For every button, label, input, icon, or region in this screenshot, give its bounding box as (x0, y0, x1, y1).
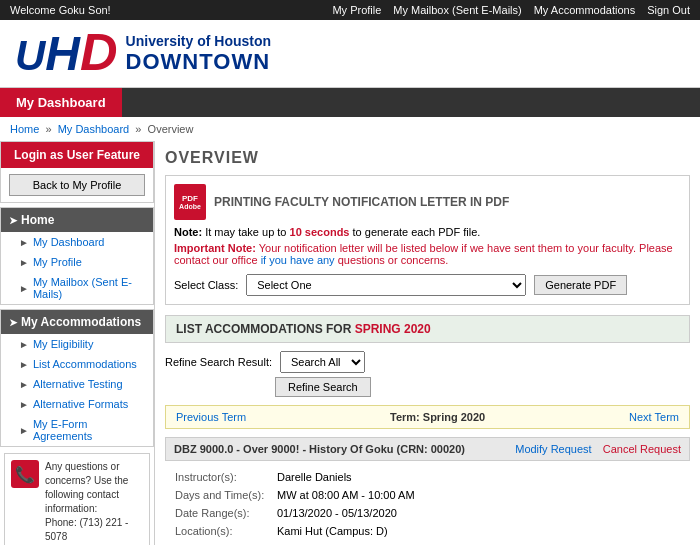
sidebar-item-list-accommodations[interactable]: ► List Accommodations (1, 354, 153, 374)
course-date-row: Date Range(s): 01/13/2020 - 05/13/2020 (171, 505, 684, 521)
location-label: Location(s): (171, 523, 271, 539)
pdf-box: PDF Adobe PRINTING FACULTY NOTIFICATION … (165, 175, 690, 305)
home-section-label: Home (21, 213, 54, 227)
arrow-icon: ► (19, 379, 29, 390)
sidebar-item-alt-testing-label: Alternative Testing (33, 378, 123, 390)
sidebar-item-profile-label: My Profile (33, 256, 82, 268)
main-layout: Login as User Feature Back to My Profile… (0, 141, 700, 545)
arrow-icon: ► (19, 339, 29, 350)
location-value: Kami Hut (Campus: D) (273, 523, 684, 539)
sidebar-item-eligibility[interactable]: ► My Eligibility (1, 334, 153, 354)
course-location-row: Location(s): Kami Hut (Campus: D) (171, 523, 684, 539)
instructor-label: Instructor(s): (171, 469, 271, 485)
pdf-important: Important Note: Your notification letter… (174, 242, 681, 266)
sidebar-item-alt-testing[interactable]: ► Alternative Testing (1, 374, 153, 394)
course-days-row: Days and Time(s): MW at 08:00 AM - 10:00… (171, 487, 684, 503)
sidebar: Login as User Feature Back to My Profile… (0, 141, 155, 545)
contact-question: Any questions or concerns? Use the follo… (45, 460, 143, 516)
login-feature-section: Login as User Feature Back to My Profile (0, 141, 154, 203)
arrow-icon: ► (19, 257, 29, 268)
my-mailbox-link[interactable]: My Mailbox (Sent E-Mails) (393, 4, 521, 16)
arrow-icon: ► (19, 425, 29, 436)
generate-pdf-button[interactable]: Generate PDF (534, 275, 627, 295)
pdf-important-link[interactable]: if you have any (261, 254, 335, 266)
arrow-icon: ► (19, 237, 29, 248)
sign-out-link[interactable]: Sign Out (647, 4, 690, 16)
breadcrumb-dashboard[interactable]: My Dashboard (58, 123, 130, 135)
accommodations-section-header[interactable]: ➤ My Accommodations (1, 310, 153, 334)
list-header-text: LIST ACCOMMODATIONS FOR (176, 322, 355, 336)
breadcrumb-current: Overview (148, 123, 194, 135)
sidebar-item-alt-formats[interactable]: ► Alternative Formats (1, 394, 153, 414)
course-details: Instructor(s): Darelle Daniels Days and … (165, 467, 690, 541)
sidebar-item-list-accommodations-label: List Accommodations (33, 358, 137, 370)
course-details-table: Instructor(s): Darelle Daniels Days and … (169, 467, 686, 541)
my-profile-link[interactable]: My Profile (332, 4, 381, 16)
top-nav-links: My Profile My Mailbox (Sent E-Mails) My … (332, 4, 690, 16)
sidebar-item-dashboard-label: My Dashboard (33, 236, 105, 248)
cancel-request-link[interactable]: Cancel Request (603, 443, 681, 455)
top-bar: Welcome Goku Son! My Profile My Mailbox … (0, 0, 700, 20)
accommodations-section: ➤ My Accommodations ► My Eligibility ► L… (0, 309, 154, 447)
refine-search-row: Refine Search Result: Search All (165, 351, 690, 373)
breadcrumb-home[interactable]: Home (10, 123, 39, 135)
home-section: ➤ Home ► My Dashboard ► My Profile ► My … (0, 207, 154, 305)
sidebar-item-dashboard[interactable]: ► My Dashboard (1, 232, 153, 252)
contact-text: Any questions or concerns? Use the follo… (45, 460, 143, 545)
uhd-logo: UHD University of Houston DOWNTOWN (15, 30, 271, 77)
sidebar-item-mailbox-label: My Mailbox (Sent E-Mails) (33, 276, 145, 300)
arrow-icon: ► (19, 359, 29, 370)
refine-label: Refine Search Result: (165, 356, 272, 368)
refine-search-dropdown[interactable]: Search All (280, 351, 365, 373)
term-nav: Previous Term Term: Spring 2020 Next Ter… (165, 405, 690, 429)
logo-icon: UHD (15, 30, 118, 77)
list-accommodations-header: LIST ACCOMMODATIONS FOR SPRING 2020 (165, 315, 690, 343)
sidebar-item-alt-formats-label: Alternative Formats (33, 398, 128, 410)
arrow-icon: ► (19, 399, 29, 410)
select-class-row: Select Class: Select One Generate PDF (174, 274, 681, 296)
login-feature-header: Login as User Feature (1, 142, 153, 168)
accommodations-section-label: My Accommodations (21, 315, 141, 329)
next-term-link[interactable]: Next Term (629, 411, 679, 423)
days-value: MW at 08:00 AM - 10:00 AM (273, 487, 684, 503)
refine-search-button[interactable]: Refine Search (275, 377, 371, 397)
uhd-text: University of Houston DOWNTOWN (126, 33, 271, 75)
sidebar-item-eform[interactable]: ► My E-Form Agreements (1, 414, 153, 446)
contact-phone: Phone: (713) 221 - 5078 (45, 516, 143, 544)
home-chevron-icon: ➤ (9, 215, 17, 226)
date-value: 01/13/2020 - 05/13/2020 (273, 505, 684, 521)
pdf-note-label: Note: (174, 226, 202, 238)
downtown-label: DOWNTOWN (126, 49, 271, 75)
pdf-important-end: questions or concerns. (338, 254, 449, 266)
course-header: DBZ 9000.0 - Over 9000! - History Of Gok… (165, 437, 690, 461)
dashboard-nav: My Dashboard (0, 88, 700, 117)
back-to-profile-button[interactable]: Back to My Profile (9, 174, 145, 196)
accommodations-chevron-icon: ➤ (9, 317, 17, 328)
pdf-note: Note: It may take up to 10 seconds to ge… (174, 226, 681, 238)
course-name: DBZ 9000.0 - Over 9000! - History Of Gok… (174, 443, 465, 455)
sidebar-item-mailbox[interactable]: ► My Mailbox (Sent E-Mails) (1, 272, 153, 304)
university-name: University of Houston (126, 33, 271, 49)
modify-request-link[interactable]: Modify Request (515, 443, 591, 455)
breadcrumb: Home » My Dashboard » Overview (0, 117, 700, 141)
my-dashboard-tab[interactable]: My Dashboard (0, 88, 122, 117)
page-title: OVERVIEW (165, 149, 690, 167)
list-term-text: SPRING 2020 (355, 322, 431, 336)
instructor-value: Darelle Daniels (273, 469, 684, 485)
date-label: Date Range(s): (171, 505, 271, 521)
sidebar-item-eform-label: My E-Form Agreements (33, 418, 145, 442)
header: UHD University of Houston DOWNTOWN (0, 20, 700, 88)
previous-term-link[interactable]: Previous Term (176, 411, 246, 423)
contact-box: 📞 Any questions or concerns? Use the fol… (4, 453, 150, 545)
sidebar-item-profile[interactable]: ► My Profile (1, 252, 153, 272)
current-term-label: Term: Spring 2020 (390, 411, 485, 423)
days-label: Days and Time(s): (171, 487, 271, 503)
course-actions: Modify Request Cancel Request (507, 443, 681, 455)
sidebar-item-eligibility-label: My Eligibility (33, 338, 94, 350)
pdf-header-text: PRINTING FACULTY NOTIFICATION LETTER IN … (214, 195, 509, 209)
pdf-note-time: 10 seconds (290, 226, 350, 238)
select-class-label: Select Class: (174, 279, 238, 291)
home-section-header[interactable]: ➤ Home (1, 208, 153, 232)
my-accommodations-link[interactable]: My Accommodations (534, 4, 635, 16)
select-class-dropdown[interactable]: Select One (246, 274, 526, 296)
